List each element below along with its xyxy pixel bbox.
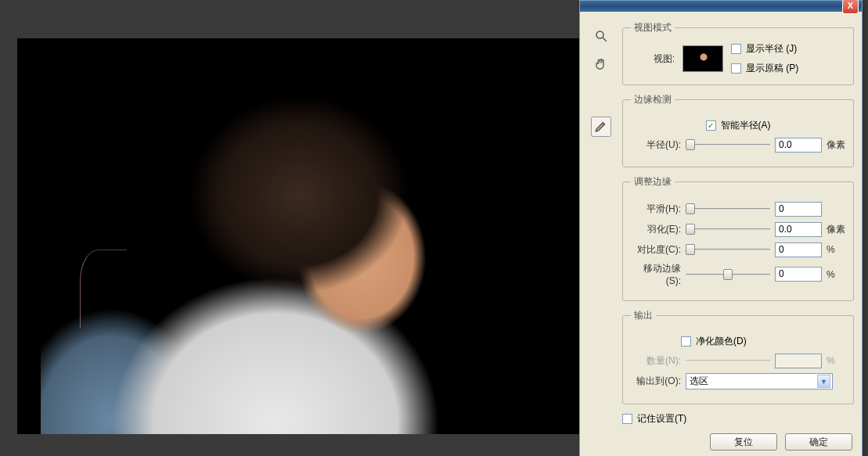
feather-input[interactable]: 0.0 (775, 222, 822, 237)
feather-slider[interactable] (686, 221, 770, 237)
edge-detection-group: 边缘检测 ✓ 智能半径(A) 半径(U): 0.0 像素 (622, 93, 854, 167)
contrast-label: 对比度(C): (631, 243, 681, 257)
output-to-select[interactable]: 选区 ▼ (686, 373, 833, 390)
hand-tool-icon[interactable] (591, 54, 611, 74)
smooth-slider[interactable] (686, 201, 770, 217)
show-radius-checkbox[interactable] (731, 44, 741, 54)
show-radius-label: 显示半径 (J) (746, 42, 797, 56)
svg-line-1 (603, 38, 607, 41)
amount-label: 数量(N): (631, 354, 681, 368)
edge-detection-legend: 边缘检测 (631, 93, 675, 106)
adjust-edge-legend: 调整边缘 (631, 175, 675, 189)
amount-slider (686, 353, 770, 368)
output-to-value: 选区 (690, 375, 708, 388)
ok-button[interactable]: 确定 (785, 433, 852, 451)
output-group: 输出 净化颜色(D) 数量(N): % 输出到(O): 选区 ▼ (622, 309, 854, 404)
show-original-checkbox[interactable] (731, 63, 741, 74)
svg-point-0 (596, 31, 603, 38)
contrast-slider[interactable] (686, 242, 770, 257)
output-to-label: 输出到(O): (631, 375, 681, 388)
feather-label: 羽化(E): (631, 223, 681, 236)
purify-colors-label: 净化颜色(D) (696, 335, 747, 348)
smart-radius-checkbox[interactable]: ✓ (706, 120, 716, 131)
shift-edge-input[interactable]: 0 (775, 267, 822, 282)
feather-unit: 像素 (827, 223, 845, 236)
preview-subject (41, 46, 463, 434)
radius-input[interactable]: 0.0 (775, 138, 822, 153)
preview-edge-mark (80, 250, 127, 328)
radius-label: 半径(U): (631, 138, 681, 152)
view-label: 视图: (631, 52, 675, 66)
smooth-label: 平滑(H): (631, 203, 681, 216)
radius-slider[interactable] (686, 137, 770, 153)
reset-button[interactable]: 复位 (710, 433, 777, 451)
output-legend: 输出 (631, 309, 656, 322)
show-original-label: 显示原稿 (P) (746, 62, 798, 75)
radius-unit: 像素 (827, 138, 845, 152)
shift-edge-label: 移动边缘(S): (631, 262, 681, 286)
amount-input (775, 354, 822, 368)
purify-colors-checkbox[interactable] (681, 336, 691, 346)
contrast-unit: % (827, 244, 845, 255)
shift-edge-unit: % (827, 269, 845, 280)
refine-brush-tool-icon[interactable] (591, 117, 611, 137)
remember-settings-label: 记住设置(T) (637, 412, 686, 425)
view-thumbnail[interactable] (683, 45, 723, 72)
zoom-tool-icon[interactable] (591, 26, 611, 46)
view-mode-legend: 视图模式 (631, 21, 675, 34)
contrast-input[interactable]: 0 (775, 242, 822, 257)
chevron-down-icon[interactable]: ▼ (817, 375, 830, 388)
adjust-edge-group: 调整边缘 平滑(H): 0 羽化(E): 0.0 像素 对比度(C): 0 % … (622, 175, 854, 301)
canvas-preview[interactable] (17, 38, 612, 434)
shift-edge-slider[interactable] (686, 267, 770, 282)
dialog-titlebar[interactable]: X (580, 1, 862, 12)
smart-radius-label: 智能半径(A) (721, 119, 771, 132)
smooth-input[interactable]: 0 (775, 202, 822, 217)
view-mode-group: 视图模式 视图: 显示半径 (J) 显示原稿 (P) (622, 21, 854, 85)
amount-unit: % (827, 355, 845, 366)
remember-settings-checkbox[interactable] (622, 414, 632, 424)
refine-edge-dialog: X 视图模式 视图: (579, 0, 863, 456)
